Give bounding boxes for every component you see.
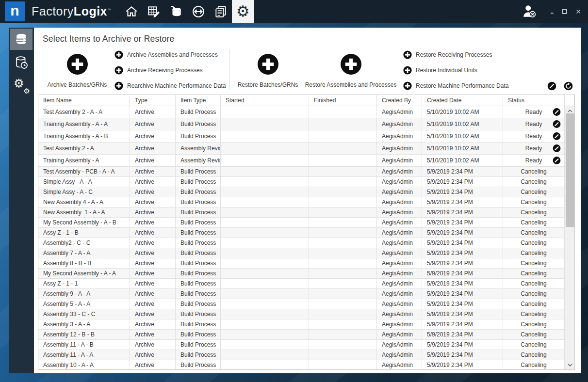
user-logout-icon[interactable] xyxy=(521,3,538,20)
cancel-all-icon[interactable] xyxy=(547,81,556,91)
restore-machine-performance-button[interactable]: Restore Machine Performance Data xyxy=(403,81,508,90)
col-item-name[interactable]: Item Name xyxy=(38,95,130,106)
table-row[interactable]: Assembly 9 - A - AArchiveBuild ProcessAe… xyxy=(38,289,565,299)
table-row[interactable]: New Assembly 4 - A - AArchiveBuild Proce… xyxy=(38,197,565,207)
cell-status: Canceling xyxy=(503,187,565,197)
col-finished[interactable]: Finished xyxy=(309,95,377,106)
cell-item-name: Assembly 33 - C - C xyxy=(38,309,130,319)
titlebar-right: – ✕ xyxy=(521,3,581,20)
cell-created-by: AegisAdmin xyxy=(377,350,422,360)
table-row[interactable]: Test Assembly - PCB - A - AArchiveBuild … xyxy=(38,167,565,177)
table-row[interactable]: Assembly 3 - A - AArchiveBuild ProcessAe… xyxy=(38,319,565,330)
cell-created-date: 5/9/2019 2:34 PM xyxy=(422,309,503,319)
cell-type: Archive xyxy=(130,350,176,360)
col-created-by[interactable]: Created By xyxy=(377,95,422,106)
restore-assemblies-button[interactable]: Restore Assemblies and Processes xyxy=(306,53,396,88)
table-row[interactable]: Test Assembly 2 - AArchiveAssembly Revis… xyxy=(38,143,565,155)
status-text: Ready xyxy=(525,121,542,127)
table-row[interactable]: Assembly 12 - B - BArchiveBuild ProcessA… xyxy=(38,330,565,340)
restore-receiving-button[interactable]: Restore Receiving Processes xyxy=(403,50,508,59)
nav-npi-editor[interactable] xyxy=(143,0,165,23)
cell-status: Canceling xyxy=(503,279,565,289)
table-row[interactable]: Training Assembly - AArchiveAssembly Rev… xyxy=(38,155,565,167)
cell-status: Canceling xyxy=(503,258,565,269)
minimize-button[interactable]: – xyxy=(550,9,554,16)
cell-created-date: 5/9/2019 2:34 PM xyxy=(422,248,503,258)
col-type[interactable]: Type xyxy=(130,95,176,106)
nav-documents[interactable] xyxy=(210,0,232,23)
table-row[interactable]: My Second Assembly - A - AArchiveBuild P… xyxy=(38,269,565,279)
add-circle-icon xyxy=(114,50,123,59)
cell-created-by: AegisAdmin xyxy=(377,106,422,118)
col-created-date[interactable]: Created Date xyxy=(422,95,503,106)
col-filler xyxy=(565,95,574,106)
cell-started xyxy=(221,350,309,360)
nav-home[interactable] xyxy=(120,0,143,23)
app-logo: n xyxy=(5,1,25,21)
cancel-icon[interactable] xyxy=(553,132,561,141)
table-row[interactable]: Training Assembly - A - AArchiveBuild Pr… xyxy=(38,118,565,130)
table-row[interactable]: Assy Z - 1 - BArchiveBuild ProcessAegisA… xyxy=(38,228,565,238)
table-row[interactable]: Training Assembly - A - BArchiveBuild Pr… xyxy=(38,130,565,143)
nav-settings[interactable]: ⚙ xyxy=(232,0,254,23)
restore-individual-units-button[interactable]: Restore Individual Units xyxy=(403,65,508,75)
nav-logistics[interactable] xyxy=(187,0,210,23)
close-button[interactable]: ✕ xyxy=(575,8,581,15)
cell-started xyxy=(221,248,309,258)
add-circle-icon xyxy=(403,66,412,75)
table-row[interactable]: Assembly 10 - A - AArchiveBuild ProcessA… xyxy=(38,360,565,369)
refresh-icon[interactable] xyxy=(564,81,573,91)
cell-finished xyxy=(309,187,377,197)
table-row[interactable]: Assembly 11 - A - AArchiveBuild ProcessA… xyxy=(38,350,565,360)
cell-item-name: Assembly 12 - B - B xyxy=(38,330,130,340)
cancel-icon[interactable] xyxy=(553,120,561,128)
sidebar: ⚙⚙ xyxy=(9,28,34,373)
cell-item-name: Assembly2 - C - C xyxy=(38,238,130,248)
table-row[interactable]: Assembly 5 - A - AArchiveBuild ProcessAe… xyxy=(38,299,565,309)
table-row[interactable]: Simple Assy - A - CArchiveBuild ProcessA… xyxy=(38,187,565,197)
cell-status: Canceling xyxy=(503,207,565,218)
cell-finished xyxy=(309,197,377,207)
cell-status: Ready xyxy=(503,143,565,155)
maximize-button[interactable] xyxy=(562,9,567,14)
cell-finished xyxy=(309,258,377,269)
table-row[interactable]: Simple Assy - A - AArchiveBuild ProcessA… xyxy=(38,177,565,187)
cancel-icon[interactable] xyxy=(553,108,561,116)
table-row[interactable]: Assembly 8 - B - BArchiveBuild ProcessAe… xyxy=(38,258,565,269)
table-row[interactable]: Assembly2 - C - CArchiveBuild ProcessAeg… xyxy=(38,238,565,248)
cell-started xyxy=(221,289,309,299)
cancel-icon[interactable] xyxy=(553,144,561,153)
table-row[interactable]: My Second Assembly - A - BArchiveBuild P… xyxy=(38,218,565,228)
scroll-down-icon[interactable] xyxy=(565,361,574,368)
table-row[interactable]: Assembly 11 - A - BArchiveBuild ProcessA… xyxy=(38,340,565,350)
cell-created-date: 5/9/2019 2:34 PM xyxy=(422,289,503,299)
restore-assemblies-label: Restore Assemblies and Processes xyxy=(305,81,397,88)
cell-created-by: AegisAdmin xyxy=(377,258,422,269)
scrollbar-thumb[interactable] xyxy=(566,113,574,227)
table-row[interactable]: Assembly 7 - A - AArchiveBuild ProcessAe… xyxy=(38,248,565,258)
col-started[interactable]: Started xyxy=(221,95,309,106)
table-row[interactable]: Assembly 33 - C - CArchiveBuild ProcessA… xyxy=(38,309,565,319)
col-status[interactable]: Status xyxy=(503,95,565,106)
cell-finished xyxy=(309,218,377,228)
table-row[interactable]: Test Assembly 2 - A - AArchiveBuild Proc… xyxy=(38,106,565,118)
cancel-icon[interactable] xyxy=(553,157,561,165)
sidebar-item-archive-schedule[interactable] xyxy=(10,52,33,73)
table-row[interactable]: Assy Z - 1 - 1ArchiveBuild ProcessAegisA… xyxy=(38,279,565,289)
cell-item-name: My Second Assembly - A - A xyxy=(38,269,130,279)
nav-data-management[interactable] xyxy=(165,0,187,23)
archive-assemblies-button[interactable]: Archive Assemblies and Processes xyxy=(114,50,226,59)
archive-receiving-button[interactable]: Archive Receiving Processes xyxy=(114,65,226,75)
col-item-type[interactable]: Item Type xyxy=(176,95,221,106)
table-row[interactable]: New Assembly 1 - A - AArchiveBuild Proce… xyxy=(38,207,565,218)
vertical-scrollbar[interactable] xyxy=(565,106,574,369)
main-nav: ⚙ xyxy=(120,0,254,23)
rearchive-machine-performance-button[interactable]: Rearchive Machine Performance Data xyxy=(114,81,226,90)
archive-batches-button[interactable]: Archive Batches/GRNs xyxy=(39,53,115,88)
cell-item-name: Test Assembly 2 - A xyxy=(38,143,130,155)
sidebar-item-archive-settings[interactable]: ⚙⚙ xyxy=(10,75,33,96)
sidebar-item-archive-restore[interactable] xyxy=(10,29,33,50)
restore-batches-button[interactable]: Restore Batches/GRNs xyxy=(229,53,306,88)
cell-item-type: Build Process xyxy=(176,106,221,118)
cell-started xyxy=(221,299,309,309)
